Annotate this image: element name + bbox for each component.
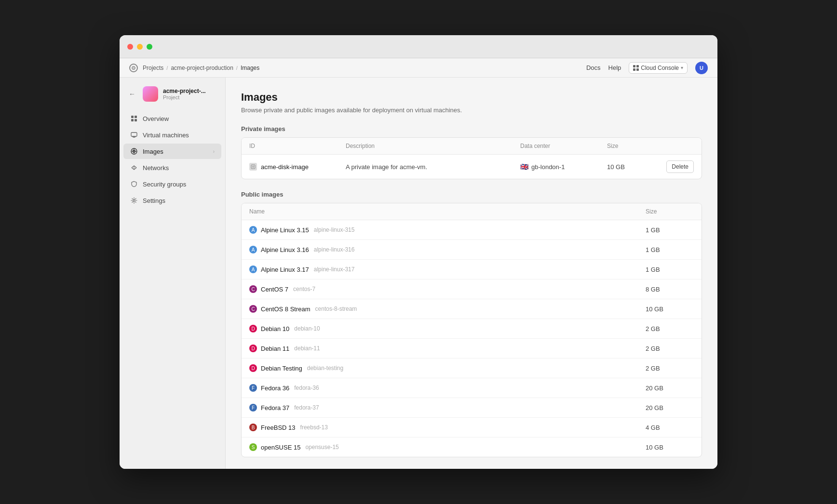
delete-button[interactable]: Delete [666, 160, 694, 173]
breadcrumb-project[interactable]: acme-project-production [171, 65, 233, 71]
list-item: A Alpine Linux 3.17 alpine-linux-317 [249, 265, 646, 273]
avatar[interactable]: U [695, 62, 708, 74]
list-item: A Alpine Linux 3.15 alpine-linux-315 [249, 226, 646, 234]
col-id: ID [249, 143, 346, 149]
vm-icon [130, 131, 138, 139]
topbar: Projects / acme-project-production / Ima… [120, 58, 717, 78]
freebsd-icon: B [249, 424, 257, 431]
os-name: openSUSE 15 [261, 444, 300, 451]
private-image-description: A private image for acme-vm. [346, 163, 520, 171]
image-id-cell: acme-disk-image [249, 163, 346, 171]
list-item: F Fedora 37 fedora-37 [249, 404, 646, 411]
table-row: F Fedora 37 fedora-37 20 GB [242, 398, 702, 418]
os-name: Debian 10 [261, 325, 289, 332]
os-slug: fedora-37 [294, 404, 319, 411]
table-row: acme-disk-image A private image for acme… [242, 155, 702, 179]
svg-point-14 [133, 199, 135, 201]
os-name: Fedora 36 [261, 385, 289, 392]
os-name: FreeBSD 13 [261, 424, 296, 431]
private-images-title: Private images [241, 125, 702, 133]
list-item: D Debian 11 debian-11 [249, 345, 646, 352]
table-row: A Alpine Linux 3.16 alpine-linux-316 1 G… [242, 240, 702, 260]
os-name: Alpine Linux 3.17 [261, 266, 309, 273]
public-image-size: 10 GB [646, 305, 694, 313]
breadcrumb-projects[interactable]: Projects [143, 65, 163, 71]
os-name: Fedora 37 [261, 404, 289, 411]
sidebar-item-virtual-machines[interactable]: Virtual machines [123, 127, 221, 143]
sidebar-item-security-groups-label: Security groups [143, 181, 186, 188]
grid-icon [130, 115, 138, 122]
back-button[interactable]: ← [126, 88, 138, 100]
sidebar-item-networks[interactable]: Networks [123, 160, 221, 175]
private-image-id: acme-disk-image [261, 163, 309, 171]
gear-icon [130, 197, 138, 204]
list-item: S openSUSE 15 opensuse-15 [249, 443, 646, 451]
os-slug: debian-testing [307, 365, 343, 371]
public-images-title: Public images [241, 191, 702, 198]
sidebar-item-networks-label: Networks [143, 164, 169, 172]
minimize-button[interactable] [137, 44, 143, 50]
breadcrumb-sep-1: / [166, 65, 168, 71]
os-name: CentOS 8 Stream [261, 305, 310, 313]
public-rows-container: A Alpine Linux 3.15 alpine-linux-315 1 G… [242, 220, 702, 457]
public-table-header: Name Size [242, 203, 702, 220]
sidebar-item-settings-label: Settings [143, 197, 165, 204]
private-image-actions: Delete [655, 160, 694, 173]
col-name: Name [249, 208, 646, 215]
centos-icon: C [249, 305, 257, 313]
project-icon [143, 86, 158, 102]
help-link[interactable]: Help [608, 64, 621, 71]
svg-rect-3 [135, 116, 137, 118]
debian-icon: D [249, 325, 257, 332]
public-image-size: 1 GB [646, 226, 694, 234]
page-subtitle: Browse private and public images availab… [241, 106, 702, 114]
cloud-console-button[interactable]: Cloud Console ▾ [629, 62, 688, 74]
os-slug: opensuse-15 [305, 444, 338, 451]
list-item: C CentOS 7 centos-7 [249, 285, 646, 293]
alpine-icon: A [249, 246, 257, 253]
breadcrumb: Projects / acme-project-production / Ima… [129, 64, 259, 72]
table-row: C CentOS 8 Stream centos-8-stream 10 GB [242, 299, 702, 319]
os-slug: fedora-36 [294, 385, 319, 391]
svg-rect-5 [135, 119, 137, 121]
os-name: Debian 11 [261, 345, 289, 352]
breadcrumb-current: Images [241, 65, 259, 71]
disk-icon [249, 163, 257, 171]
os-slug: alpine-linux-316 [314, 246, 355, 253]
alpine-icon: A [249, 226, 257, 234]
table-row: S openSUSE 15 opensuse-15 10 GB [242, 438, 702, 457]
list-item: F Fedora 36 fedora-36 [249, 384, 646, 392]
sidebar-item-overview[interactable]: Overview [123, 111, 221, 126]
svg-rect-4 [131, 119, 134, 121]
private-image-size: 10 GB [607, 163, 655, 171]
private-image-datacenter: 🇬🇧 gb-london-1 [520, 163, 607, 171]
titlebar [120, 35, 717, 58]
app-window: Projects / acme-project-production / Ima… [120, 35, 717, 469]
sidebar-item-security-groups[interactable]: Security groups [123, 176, 221, 192]
public-image-size: 2 GB [646, 365, 694, 372]
svg-rect-15 [251, 165, 255, 169]
maximize-button[interactable] [147, 44, 152, 50]
debian-icon: D [249, 345, 257, 352]
public-image-size: 2 GB [646, 345, 694, 352]
fedora-icon: F [249, 384, 257, 392]
os-slug: debian-10 [294, 325, 320, 332]
app-body: ← acme-project-... Project Over [120, 78, 717, 469]
sidebar-item-images[interactable]: Images › [123, 144, 221, 159]
table-row: A Alpine Linux 3.17 alpine-linux-317 1 G… [242, 260, 702, 279]
grid-icon [633, 65, 639, 71]
os-slug: centos-7 [293, 286, 315, 292]
table-row: B FreeBSD 13 freebsd-13 4 GB [242, 418, 702, 438]
app-logo [129, 64, 138, 72]
docs-link[interactable]: Docs [586, 64, 601, 71]
list-item: D Debian Testing debian-testing [249, 364, 646, 372]
table-row: D Debian Testing debian-testing 2 GB [242, 358, 702, 378]
col-actions [655, 143, 694, 149]
table-row: C CentOS 7 centos-7 8 GB [242, 279, 702, 299]
sidebar-item-settings[interactable]: Settings [123, 193, 221, 208]
project-header: ← acme-project-... Project [120, 81, 225, 106]
private-images-table: ID Description Data center Size [241, 137, 702, 179]
public-image-size: 1 GB [646, 266, 694, 273]
close-button[interactable] [127, 44, 133, 50]
centos-icon: C [249, 285, 257, 293]
